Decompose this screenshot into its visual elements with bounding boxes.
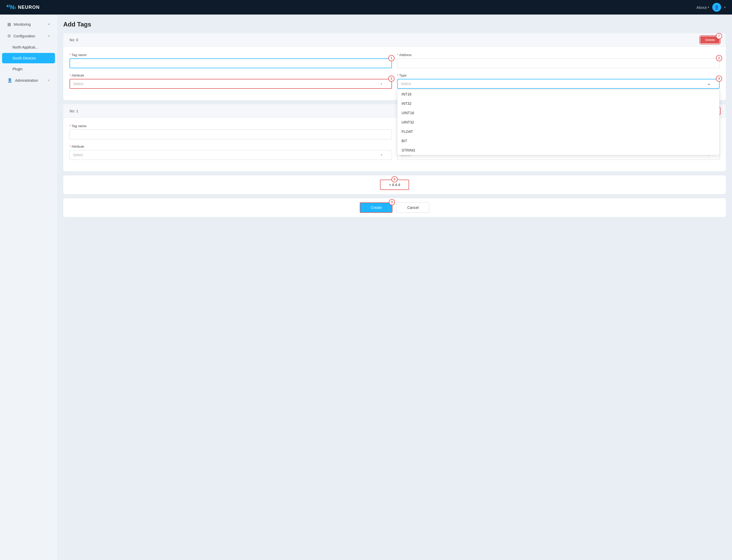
brand-name: NEURON bbox=[18, 5, 40, 10]
navbar-right: About ▾ 👤 ▾ bbox=[696, 3, 726, 12]
page-title: Add Tags bbox=[63, 21, 726, 28]
attribute-select-wrapper-1: Select ▾ bbox=[70, 150, 392, 160]
dropdown-item-bit[interactable]: BIT bbox=[397, 136, 719, 146]
add-btn-wrapper: 6 + A d d bbox=[380, 180, 409, 190]
attribute-placeholder-0: Select bbox=[73, 82, 83, 86]
app-layout: ▦ Monitoring ▾ ⚙ Configuration ∧ North A… bbox=[0, 0, 732, 560]
attribute-arrow-0: ▾ bbox=[380, 82, 382, 86]
dropdown-item-uint16[interactable]: UINT16 bbox=[397, 108, 719, 118]
attribute-group-0: *Attribute 3 Select ▾ bbox=[70, 73, 392, 89]
dropdown-item-int16[interactable]: INT16 bbox=[397, 90, 719, 99]
address-group-0: *Address 2 bbox=[397, 53, 720, 68]
sidebar-item-administration[interactable]: 👤 Administration ∨ bbox=[2, 75, 55, 86]
brand: ⁴ᴵNₗ NEURON bbox=[6, 4, 40, 11]
address-input-0[interactable] bbox=[397, 58, 720, 68]
section-no-1: No: 1 bbox=[70, 109, 78, 113]
sidebar-item-label: Administration bbox=[15, 78, 38, 83]
circle-2: 2 bbox=[716, 55, 722, 61]
circle-5: 5 bbox=[389, 199, 395, 205]
address-label-0: *Address bbox=[397, 53, 720, 57]
sidebar-item-monitoring[interactable]: ▦ Monitoring ▾ bbox=[2, 19, 55, 30]
sidebar-item-label: Plugin bbox=[12, 67, 23, 71]
form-section-0: No: 0 7 Delete *Tag name 1 bbox=[63, 33, 726, 100]
sidebar-item-south-devices[interactable]: South Devices bbox=[2, 53, 55, 63]
delete-wrapper-0: 7 Delete bbox=[700, 36, 720, 43]
attribute-label-1: *Attribute bbox=[70, 145, 392, 148]
form-row-types-0: *Attribute 3 Select ▾ *Ty bbox=[70, 73, 720, 89]
dropdown-item-int32[interactable]: INT32 bbox=[397, 99, 719, 108]
tag-name-group-0: *Tag name 1 bbox=[70, 53, 392, 68]
action-row: 5 Create Cancel bbox=[63, 198, 726, 217]
sidebar-item-label: Monitoring bbox=[14, 22, 31, 26]
navbar: ⁴ᴵNₗ NEURON About ▾ 👤 ▾ bbox=[0, 0, 732, 15]
dropdown-item-uint32[interactable]: UINT32 bbox=[397, 118, 719, 127]
attribute-arrow-1: ▾ bbox=[381, 153, 382, 157]
create-button[interactable]: Create bbox=[360, 202, 392, 213]
sidebar-item-configuration[interactable]: ⚙ Configuration ∧ bbox=[2, 30, 55, 42]
attribute-placeholder-1: Select bbox=[73, 153, 83, 157]
attribute-group-1: *Attribute Select ▾ bbox=[70, 145, 392, 160]
dropdown-item-float[interactable]: FLOAT bbox=[397, 127, 719, 136]
circle-7: 7 bbox=[716, 33, 722, 39]
sidebar: ▦ Monitoring ▾ ⚙ Configuration ∧ North A… bbox=[0, 15, 57, 560]
about-menu[interactable]: About ▾ bbox=[696, 5, 709, 10]
configuration-chevron: ∧ bbox=[48, 34, 50, 38]
admin-chevron: ∨ bbox=[48, 79, 50, 82]
section-no-0: No: 0 bbox=[70, 38, 78, 42]
circle-6: 6 bbox=[391, 176, 397, 182]
sidebar-item-label: North Applicat... bbox=[12, 45, 38, 49]
circle-1: 1 bbox=[388, 55, 394, 61]
circle-3: 3 bbox=[388, 76, 394, 82]
add-label: + A d d bbox=[389, 183, 400, 187]
circle-4: 4 bbox=[716, 76, 722, 82]
type-group-0: *Type 4 Select ▴ INT16 INT32 bbox=[397, 73, 720, 89]
type-label-0: *Type bbox=[397, 73, 720, 77]
tag-name-input-wrapper-0: 1 bbox=[70, 58, 392, 68]
monitoring-icon: ▦ bbox=[7, 22, 11, 27]
cancel-button[interactable]: Cancel bbox=[396, 202, 429, 213]
type-select-0[interactable]: Select ▴ bbox=[397, 79, 720, 89]
attribute-select-1[interactable]: Select ▾ bbox=[70, 150, 392, 160]
sidebar-item-label: South Devices bbox=[12, 56, 36, 60]
type-dropdown-0: INT16 INT32 UINT16 UINT32 FLOAT BIT STRI… bbox=[397, 89, 720, 155]
tag-name-input-0[interactable] bbox=[70, 58, 392, 68]
dropdown-item-string[interactable]: STRING bbox=[397, 146, 719, 155]
section-header-0: No: 0 7 Delete bbox=[63, 33, 726, 47]
attribute-select-wrapper-0: 3 Select ▾ bbox=[70, 79, 392, 89]
sidebar-item-north-applications[interactable]: North Applicat... bbox=[2, 42, 55, 52]
tag-name-label-0: *Tag name bbox=[70, 53, 392, 57]
add-row: 6 + A d d bbox=[63, 175, 726, 194]
tag-name-group-1: *Tag name bbox=[70, 124, 392, 139]
type-placeholder-0: Select bbox=[401, 82, 411, 86]
tag-name-label-1: *Tag name bbox=[70, 124, 392, 128]
form-row-names-0: *Tag name 1 *Address 2 bbox=[70, 53, 720, 68]
type-select-wrapper-0: 4 Select ▴ INT16 INT32 UINT16 UINT32 bbox=[397, 79, 720, 89]
attribute-select-0[interactable]: Select ▾ bbox=[70, 79, 392, 89]
address-input-wrapper-0: 2 bbox=[397, 58, 720, 68]
form-body-0: *Tag name 1 *Address 2 bbox=[63, 47, 726, 100]
configuration-icon: ⚙ bbox=[7, 33, 11, 38]
attribute-label-0: *Attribute bbox=[70, 73, 392, 77]
about-chevron: ▾ bbox=[708, 6, 709, 9]
user-chevron: ▾ bbox=[724, 6, 726, 9]
administration-icon: 👤 bbox=[7, 78, 12, 83]
monitoring-chevron: ▾ bbox=[48, 23, 50, 26]
tag-name-input-1[interactable] bbox=[70, 129, 392, 139]
user-avatar[interactable]: 👤 bbox=[712, 3, 721, 12]
logo: ⁴ᴵNₗ bbox=[6, 4, 16, 11]
sidebar-item-plugin[interactable]: Plugin bbox=[2, 64, 55, 74]
sidebar-item-label: Configuration bbox=[13, 34, 35, 38]
about-label: About bbox=[696, 5, 707, 10]
type-arrow-0: ▴ bbox=[708, 82, 710, 86]
create-btn-wrapper: 5 Create bbox=[360, 202, 392, 213]
main-content: Add Tags No: 0 7 Delete *Tag name bbox=[57, 15, 732, 560]
